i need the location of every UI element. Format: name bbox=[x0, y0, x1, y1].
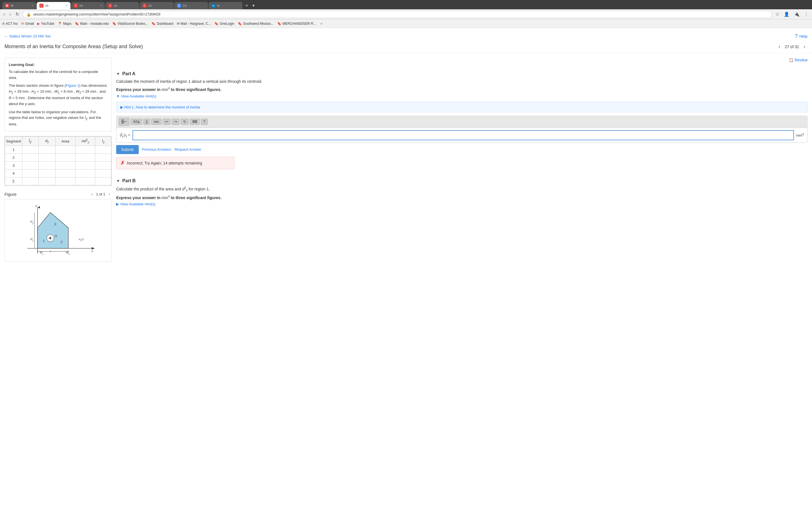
segments-table: Segment Īy' dz Area Ad2z Iy 1 bbox=[5, 136, 111, 185]
bookmark-maps-label: Maps bbox=[63, 22, 71, 25]
cell-dz-sum[interactable] bbox=[39, 177, 56, 185]
keyboard-button[interactable]: ⌨ bbox=[190, 119, 200, 125]
reset-button[interactable]: ↻ bbox=[181, 119, 189, 125]
vec-button[interactable]: vec bbox=[151, 119, 161, 125]
part-b-header[interactable]: ▼ Part B bbox=[116, 176, 808, 186]
bookmark-onelogin[interactable]: 🔖 OneLogin bbox=[214, 22, 234, 25]
cell-area-3[interactable] bbox=[56, 162, 75, 170]
tab-ch4[interactable]: G Ce bbox=[174, 2, 208, 9]
cell-area-sum[interactable] bbox=[56, 177, 75, 185]
address-bar[interactable]: 🔒 session.masteringengineering.com/myct/… bbox=[22, 11, 772, 18]
calculation-table: Segment Īy' dz Area Ad2z Iy 1 bbox=[4, 136, 112, 186]
svg-text:3: 3 bbox=[54, 222, 56, 226]
tab-ch1[interactable]: C ch × bbox=[71, 2, 105, 9]
bookmark-youtube-icon: ▶ bbox=[37, 22, 40, 25]
figure-header: Figure ‹ 1 of 1 › bbox=[4, 190, 112, 199]
cell-adz2-3[interactable] bbox=[75, 162, 95, 170]
prev-problem-button[interactable]: ‹ bbox=[776, 43, 782, 51]
part-b-hints-toggle[interactable]: ▶ View Available Hint(s) bbox=[116, 202, 808, 206]
cell-dz-3[interactable] bbox=[39, 162, 56, 170]
svg-text:1: 1 bbox=[43, 239, 45, 243]
settings-button[interactable]: ⋮ bbox=[803, 10, 810, 18]
request-answer-link-a[interactable]: Request Answer bbox=[174, 147, 201, 152]
bookmark-maps[interactable]: 📍 Maps bbox=[58, 22, 71, 25]
back-button[interactable]: ‹ bbox=[2, 11, 6, 18]
hint-1-toggle[interactable]: ▶ Hint 1. How to determine the moment of… bbox=[120, 105, 200, 109]
cell-iy2-3[interactable] bbox=[95, 162, 111, 170]
part-a-instruction: Express your answer in mm4 to three sign… bbox=[116, 87, 808, 92]
bookmark-onelogin-icon: 🔖 bbox=[214, 22, 218, 25]
cell-iy-1[interactable] bbox=[22, 146, 39, 154]
profile-button[interactable]: 👤 bbox=[783, 10, 791, 18]
cell-iy2-1[interactable] bbox=[95, 146, 111, 154]
new-tab-button[interactable]: + bbox=[243, 2, 251, 9]
bookmark-vitalsource[interactable]: 🔖 VitalSource Books... bbox=[112, 22, 148, 25]
refresh-button[interactable]: ↻ bbox=[14, 10, 20, 18]
tab-overflow-button[interactable]: ▾ bbox=[251, 2, 256, 9]
redo-button[interactable]: ↪ bbox=[172, 119, 180, 125]
bookmark-gmail[interactable]: ✉ Gmail bbox=[21, 22, 34, 25]
bookmark-star-button[interactable]: ☆ bbox=[774, 10, 780, 18]
extension-button[interactable]: 🔌 bbox=[793, 10, 801, 18]
tab-label-ch1: ch bbox=[80, 4, 98, 7]
part-b-hints-icon: ▶ bbox=[116, 202, 119, 206]
forward-button[interactable]: › bbox=[8, 11, 12, 18]
review-link[interactable]: 📋 Review bbox=[789, 58, 808, 62]
submit-button-a[interactable]: Submit bbox=[116, 145, 139, 154]
cell-iy2-sum[interactable] bbox=[95, 177, 111, 185]
error-box-a: ✗ Incorrect; Try Again; 14 attempts rema… bbox=[116, 157, 235, 169]
norm-button[interactable]: || bbox=[143, 119, 150, 125]
bookmark-southwest[interactable]: 🔖 Southwest Mississ... bbox=[238, 22, 274, 25]
hint-1-box: ▶ Hint 1. How to determine the moment of… bbox=[116, 102, 808, 112]
tab-in[interactable]: in In bbox=[209, 2, 243, 9]
bookmark-merchandiser[interactable]: 🔖 MERCHANDISER R... bbox=[277, 22, 316, 25]
cell-iy2-2[interactable] bbox=[95, 154, 111, 162]
fraction-button[interactable] bbox=[119, 118, 130, 126]
bookmark-dashboard[interactable]: 🔖 Dashboard bbox=[151, 22, 173, 25]
figure-link[interactable]: Figure 1 bbox=[66, 83, 79, 88]
math-input-a[interactable] bbox=[133, 130, 794, 140]
symbol-button[interactable]: AΣφ bbox=[131, 119, 142, 125]
cell-adz2-sum[interactable] bbox=[75, 177, 95, 185]
cell-dz-4[interactable] bbox=[39, 170, 56, 177]
cell-iy-3[interactable] bbox=[22, 162, 39, 170]
figure-prev-button[interactable]: ‹ bbox=[90, 191, 94, 197]
cell-adz2-2[interactable] bbox=[75, 154, 95, 162]
bookmark-youtube[interactable]: ▶ YouTube bbox=[37, 22, 54, 25]
tab-ch3[interactable]: C ch bbox=[140, 2, 174, 9]
next-problem-button[interactable]: › bbox=[801, 43, 808, 51]
cell-area-4[interactable] bbox=[56, 170, 75, 177]
cell-iy-sum[interactable] bbox=[22, 177, 39, 185]
tab-ch2[interactable]: C ch bbox=[105, 2, 139, 9]
breadcrumb[interactable]: ← Statics Winter 23 HW Set bbox=[4, 34, 50, 38]
tab-close-gmail[interactable]: × bbox=[31, 4, 33, 8]
learning-goal-box: Learning Goal: To calculate the location… bbox=[4, 58, 112, 131]
bookmarks-overflow-button[interactable]: » bbox=[319, 20, 324, 27]
part-a-header[interactable]: ▼ Part A bbox=[116, 69, 808, 78]
tab-mastering[interactable]: C ch × bbox=[37, 2, 70, 9]
bookmark-msstate-icon: 🔖 bbox=[75, 22, 79, 25]
prev-answers-link-a[interactable]: Previous Answers bbox=[142, 147, 171, 152]
cell-iy2-4[interactable] bbox=[95, 170, 111, 177]
figure-next-button[interactable]: › bbox=[107, 191, 112, 197]
undo-button[interactable]: ↩ bbox=[163, 119, 170, 125]
cell-area-1[interactable] bbox=[56, 146, 75, 154]
tab-close-ch1[interactable]: × bbox=[100, 4, 102, 8]
cell-dz-1[interactable] bbox=[39, 146, 56, 154]
part-b-section: ▼ Part B Calculate the product of the ar… bbox=[116, 176, 808, 207]
cell-adz2-4[interactable] bbox=[75, 170, 95, 177]
tab-close-mastering[interactable]: × bbox=[66, 4, 68, 8]
bookmark-act[interactable]: A ACT Inc bbox=[2, 22, 18, 25]
bookmark-mail[interactable]: ✉ Mail - Hargrave, C... bbox=[177, 22, 211, 25]
cell-dz-2[interactable] bbox=[39, 154, 56, 162]
cell-area-2[interactable] bbox=[56, 154, 75, 162]
tab-gmail[interactable]: M M × bbox=[2, 2, 36, 9]
cell-iy-2[interactable] bbox=[22, 154, 39, 162]
help-math-button[interactable]: ? bbox=[201, 119, 208, 125]
cell-iy-4[interactable] bbox=[22, 170, 39, 177]
part-a-hints-toggle[interactable]: ▼ View Available Hint(s) bbox=[116, 94, 808, 98]
bookmark-msstate[interactable]: 🔖 Main - msstate.edu bbox=[75, 22, 109, 25]
hint-1-text: Hint 1. How to determine the moment of i… bbox=[124, 105, 200, 109]
cell-adz2-1[interactable] bbox=[75, 146, 95, 154]
svg-text:H1/2: H1/2 bbox=[79, 238, 84, 242]
